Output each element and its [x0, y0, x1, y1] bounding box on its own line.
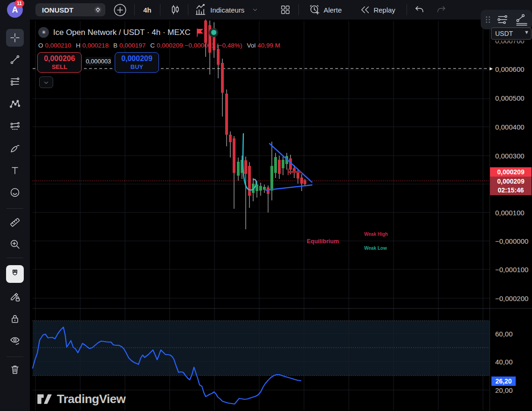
- ice-network-logo-icon: ✳: [38, 27, 49, 38]
- buy-button[interactable]: 0,000209 BUY: [115, 52, 159, 73]
- tradingview-app: ✳ Ice Open Network / USDT · 4h · MEXC O0…: [0, 0, 532, 411]
- grid-layout-icon: [280, 5, 290, 15]
- axis-label-partial: 0,000700: [495, 41, 525, 45]
- candle-body: [217, 49, 220, 65]
- countdown-price-tag: 0,000209 02:15:46: [490, 177, 532, 195]
- close-value: 0,000209: [157, 42, 183, 49]
- replay-button[interactable]: Replay: [354, 2, 401, 18]
- drag-handle-icon[interactable]: [485, 16, 491, 23]
- alert-clock-icon: [309, 4, 320, 15]
- hide-drawings-tool-button[interactable]: [6, 332, 24, 349]
- flag-icon[interactable]: [194, 27, 205, 38]
- timeframe-label: 4h: [143, 6, 152, 14]
- alert-button[interactable]: Alerte: [303, 2, 348, 18]
- axis-label: −0,000000: [495, 237, 528, 245]
- countdown-price: 0,000209: [490, 177, 532, 186]
- candle-body: [237, 162, 240, 176]
- candle-body: [233, 138, 235, 173]
- zoom-in-icon: [9, 239, 21, 250]
- timeframe-button[interactable]: 4h: [137, 2, 158, 18]
- price-marker-arrow-icon: ▶: [490, 66, 493, 71]
- chart-legend[interactable]: ✳ Ice Open Network / USDT · 4h · MEXC: [38, 27, 218, 38]
- notification-badge: 11: [14, 0, 24, 7]
- emoji-tool-button[interactable]: [6, 184, 24, 201]
- indicators-label: Indicateurs: [210, 6, 244, 14]
- axis-label: 0,000100: [495, 209, 525, 217]
- axis-label: 0,000600: [495, 65, 525, 73]
- rsi-value-tag: 26,20: [491, 377, 516, 386]
- diamond-badge-icon: [93, 5, 103, 14]
- data-nodes-icon[interactable]: [515, 14, 529, 26]
- lock-all-tool-button[interactable]: [6, 310, 24, 328]
- undo-button[interactable]: [411, 2, 428, 18]
- compare-add-button[interactable]: [114, 4, 126, 16]
- text-tool-button[interactable]: [6, 162, 24, 179]
- undo-arrow-icon: [414, 4, 425, 15]
- candles-icon: [170, 4, 181, 15]
- axis-label: 40,00: [495, 358, 513, 366]
- collapse-trading-panel-button[interactable]: [39, 76, 53, 88]
- xabcd-pattern-icon: [9, 98, 21, 110]
- remove-drawings-tool-button[interactable]: [6, 361, 24, 378]
- magnet-tool-button[interactable]: [6, 265, 24, 283]
- lock-all-icon: [9, 313, 21, 324]
- redo-button[interactable]: [433, 2, 449, 18]
- candle-body: [267, 187, 269, 194]
- chevron-down-icon: [43, 79, 49, 86]
- layers-settings-icon[interactable]: [496, 14, 509, 26]
- candle-body: [282, 160, 284, 168]
- fib-retracement-tool-button[interactable]: [6, 73, 24, 90]
- toolbar-divider: [7, 208, 23, 209]
- change-value: −0,000001 (−0,48%): [185, 42, 242, 49]
- tradingview-logo-icon: [37, 394, 52, 405]
- measure-icon: [9, 217, 21, 228]
- symbol-search-button[interactable]: IONUSDT: [35, 3, 105, 16]
- axis-label: −0,000200: [495, 295, 528, 302]
- alert-label: Alerte: [324, 6, 342, 14]
- axis-label: 60,00: [495, 330, 513, 338]
- axis-label: 0,000300: [495, 152, 525, 160]
- brush-tool-button[interactable]: [6, 140, 24, 158]
- replay-label: Replay: [373, 6, 395, 14]
- axis-label: 20,00: [495, 386, 513, 394]
- measure-tool-button[interactable]: [6, 213, 24, 231]
- drawing-text-label[interactable]: Weak High: [364, 232, 388, 237]
- emoji-icon: [9, 187, 21, 198]
- brush-icon: [9, 143, 21, 154]
- drawing-lock-tool-button[interactable]: [6, 288, 24, 305]
- fib-retracement-icon: [9, 76, 21, 87]
- candle-body: [278, 160, 281, 174]
- chevron-down-icon: [252, 7, 258, 13]
- axis-currency-select[interactable]: USDT: [491, 27, 532, 40]
- low-value: 0,000197: [119, 42, 145, 49]
- last-price-tag: 0,000209: [490, 167, 532, 177]
- open-value: 0,000210: [45, 42, 71, 49]
- forecast-tool-button[interactable]: [6, 117, 24, 135]
- zoom-in-tool-button[interactable]: [6, 235, 24, 253]
- drawing-text-label[interactable]: Weak Low: [364, 246, 387, 251]
- toolbar-divider: [7, 356, 23, 357]
- drawing-text-label[interactable]: Equilibrium: [307, 238, 339, 245]
- crosshair-tool-button[interactable]: [6, 29, 24, 47]
- drawing-lock-icon: [9, 291, 21, 302]
- crosshair-icon: [9, 32, 21, 43]
- spread-value: 0,000003: [85, 57, 111, 66]
- tradingview-watermark: TradingView: [37, 392, 125, 406]
- connection-status-icon[interactable]: [209, 28, 218, 37]
- candle-body: [259, 186, 262, 191]
- layout-grid-button[interactable]: [276, 2, 295, 18]
- trend-line-icon: [9, 54, 21, 65]
- volume-value: 40,99 M: [257, 42, 280, 49]
- plus-circle-icon: [114, 4, 126, 16]
- chart-style-button[interactable]: [166, 2, 185, 18]
- trend-line-tool-button[interactable]: [6, 51, 24, 68]
- xabcd-pattern-tool-button[interactable]: [6, 95, 24, 113]
- sell-button[interactable]: 0,000206 SELL: [37, 52, 82, 73]
- price-axis-border: [490, 20, 490, 411]
- high-value: 0,000218: [83, 42, 109, 49]
- candle-body: [221, 63, 224, 93]
- indicators-button[interactable]: Indicateurs: [193, 2, 272, 18]
- candle-body: [274, 157, 277, 173]
- ohlc-row: O0,000210 H0,000218 B0,000197 C0,000209 …: [38, 42, 280, 49]
- candle-body: [229, 135, 232, 142]
